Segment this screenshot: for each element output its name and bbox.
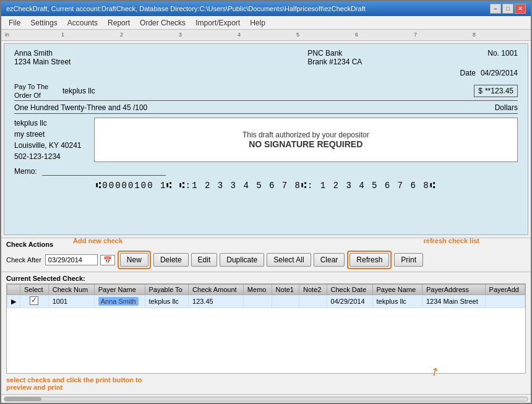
calendar-button[interactable]: 📅 (100, 255, 115, 265)
payee-addr-line4: 502-123-1234 (14, 151, 82, 162)
check-actions-title: Check Actions (6, 241, 526, 248)
check-table[interactable]: Select Check Num Payer Name Payable To C… (6, 283, 526, 374)
memo-line (42, 175, 166, 176)
menu-help[interactable]: Help (245, 17, 270, 28)
window-title: ezCheckDraft, Current account:DraftCheck… (6, 5, 366, 12)
check-date-row: Date 04/29/2014 (14, 69, 518, 77)
menu-order-checks[interactable]: Order Checks (135, 17, 191, 28)
menu-file[interactable]: File (4, 17, 25, 28)
footer-annotation-area: select checks and click the print button… (6, 376, 526, 392)
col-header-payee-name: Payee Name (372, 285, 422, 295)
duplicate-button[interactable]: Duplicate (220, 253, 264, 267)
maximize-button[interactable]: □ (502, 4, 513, 14)
new-button-outline: New (118, 251, 151, 269)
col-header-note1: Note1 (272, 285, 299, 295)
col-header-check-amount: Check Amount (189, 285, 244, 295)
col-header-check-num: Check Num (48, 285, 94, 295)
memo-label: Memo: (14, 167, 37, 176)
ruler-mark-3: 3 (179, 32, 182, 38)
dollar-sign: $ (478, 87, 483, 95)
print-button[interactable]: Print (394, 253, 423, 267)
ruler-mark-1: 1 (61, 32, 64, 38)
pay-to-label: Pay To TheOrder Of (14, 82, 58, 100)
table-header-row: Select Check Num Payer Name Payable To C… (7, 285, 525, 295)
col-header-memo: Memo (243, 285, 272, 295)
ruler-in-label: in (5, 32, 9, 38)
current-section-title: Current Selected Check: (6, 275, 526, 282)
check-payer-address: 1234 Main Street (14, 58, 71, 66)
ruler: in 1 2 3 4 5 6 7 8 (1, 30, 531, 41)
title-bar: ezCheckDraft, Current account:DraftCheck… (1, 1, 531, 16)
auth-text-line2: NO SIGNATURE REQUIRED (249, 139, 363, 149)
minimize-button[interactable]: – (490, 4, 501, 14)
col-header-payer-name: Payer Name (94, 285, 145, 295)
close-button[interactable]: ✕ (515, 4, 526, 14)
clear-button[interactable]: Clear (314, 253, 345, 267)
refresh-button[interactable]: Refresh (350, 253, 389, 267)
check-data-table: Select Check Num Payer Name Payable To C… (7, 284, 525, 308)
refresh-button-outline: Refresh (347, 251, 392, 269)
check-preview: Anna Smith 1234 Main Street PNC Bank Bra… (4, 43, 528, 235)
cell-memo (243, 295, 272, 308)
col-header-note2: Note2 (299, 285, 327, 295)
col-header-arrow (7, 285, 20, 295)
cell-check-num: 1001 (48, 295, 94, 308)
select-all-button[interactable]: Select All (267, 253, 311, 267)
check-pay-row: Pay To TheOrder Of tekplus llc $ **123.4… (14, 82, 518, 101)
row-arrow-indicator: ▶ (7, 295, 20, 308)
check-bank-branch: Brank #1234 CA (307, 58, 362, 66)
cell-check-date: 04/29/2014 (327, 295, 372, 308)
cell-payable-to: tekplus llc (145, 295, 189, 308)
cell-payer-address: 1234 Main Street (422, 295, 485, 308)
menu-import-export[interactable]: Import/Export (191, 17, 245, 28)
current-check-section: Current Selected Check: Select Check Num… (1, 272, 531, 394)
check-micr: ⑆00000100 1⑆ ⑆:1 2 3 3 4 5 6 7 8⑆: 1 2 3… (14, 181, 518, 191)
check-words-row: One Hundred Twenty-Three and 45 /100 Dol… (14, 103, 518, 114)
check-payer-info: Anna Smith 1234 Main Street (14, 49, 71, 66)
dollars-label: Dollars (495, 103, 518, 112)
col-header-payer-add: PayerAdd (485, 285, 525, 295)
ruler-mark-8: 8 (473, 32, 476, 38)
check-after-date-input[interactable] (45, 254, 98, 265)
auth-text-line1: This draft authorized by your depositor (242, 131, 369, 139)
payee-addr-line2: my street (14, 129, 82, 140)
col-header-payable-to: Payable To (145, 285, 189, 295)
ruler-mark-2: 2 (120, 32, 123, 38)
actions-row: Add new check refresh check list Check A… (6, 251, 526, 269)
scrollbar-track[interactable] (4, 397, 528, 402)
edit-button[interactable]: Edit (191, 253, 218, 267)
ruler-mark-4: 4 (238, 32, 241, 38)
payee-addr-line3: Louisville, KY 40241 (14, 140, 82, 151)
ruler-mark-5: 5 (296, 32, 299, 38)
checkbox-checked-icon[interactable] (30, 296, 38, 305)
check-actions-section: Check Actions Add new check refresh chec… (1, 238, 531, 272)
check-payee-address: tekplus llc my street Louisville, KY 402… (14, 118, 82, 162)
horizontal-scrollbar[interactable] (1, 394, 531, 403)
check-payee: tekplus llc (58, 87, 474, 95)
cell-note1 (272, 295, 299, 308)
check-number-area: No. 1001 (487, 49, 518, 66)
ruler-mark-6: 6 (355, 32, 358, 38)
menu-bar: File Settings Accounts Report Order Chec… (1, 16, 531, 30)
check-payer-name: Anna Smith (14, 49, 71, 58)
row-checkbox[interactable] (20, 295, 49, 308)
payer-name-highlight: Anna Smith (98, 297, 139, 306)
menu-report[interactable]: Report (103, 17, 135, 28)
window-controls: – □ ✕ (490, 4, 526, 14)
table-row[interactable]: ▶ 1001 Anna Smith tekplus llc 123.45 (7, 295, 525, 308)
ruler-mark-7: 7 (414, 32, 417, 38)
col-header-check-date: Check Date (327, 285, 372, 295)
delete-button[interactable]: Delete (153, 253, 189, 267)
cell-note2 (299, 295, 327, 308)
date-value: 04/29/2014 (481, 69, 518, 77)
cell-payee-name: tekplus llc (372, 295, 422, 308)
scrollbar-thumb[interactable] (4, 397, 41, 401)
date-label: Date (460, 69, 476, 77)
menu-settings[interactable]: Settings (25, 17, 62, 28)
check-middle: tekplus llc my street Louisville, KY 402… (14, 118, 518, 162)
menu-accounts[interactable]: Accounts (62, 17, 103, 28)
col-header-select: Select (20, 285, 49, 295)
new-button[interactable]: New (120, 253, 148, 267)
auth-box: This draft authorized by your depositor … (94, 118, 518, 162)
check-no-label: No. (487, 49, 499, 58)
